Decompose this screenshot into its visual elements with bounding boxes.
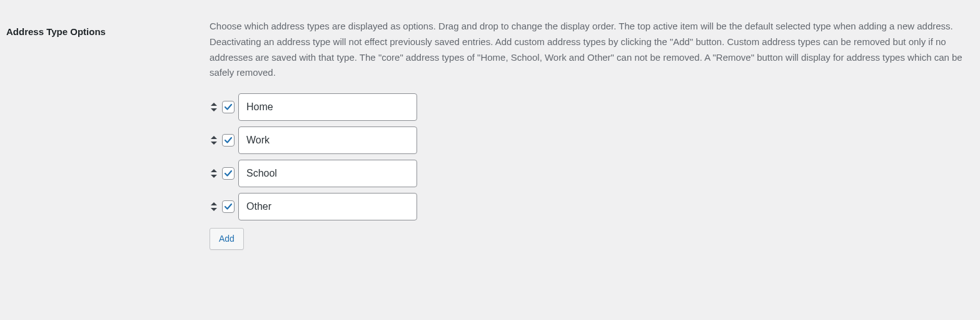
drag-handle-icon[interactable] xyxy=(210,102,218,112)
settings-row: Address Type Options Choose which addres… xyxy=(0,0,980,262)
list-item xyxy=(210,93,967,121)
address-type-list xyxy=(210,93,967,220)
section-description: Choose which address types are displayed… xyxy=(210,19,967,81)
add-button[interactable]: Add xyxy=(210,228,244,250)
active-checkbox[interactable] xyxy=(222,200,235,213)
section-content: Choose which address types are displayed… xyxy=(210,19,974,250)
active-checkbox[interactable] xyxy=(222,134,235,147)
section-title: Address Type Options xyxy=(6,19,210,250)
list-item xyxy=(210,193,967,220)
drag-handle-icon[interactable] xyxy=(210,168,218,178)
list-item xyxy=(210,126,967,154)
address-type-input[interactable] xyxy=(238,193,417,220)
list-item xyxy=(210,160,967,187)
address-type-input[interactable] xyxy=(238,93,417,121)
address-type-input[interactable] xyxy=(238,160,417,187)
active-checkbox[interactable] xyxy=(222,167,235,180)
drag-handle-icon[interactable] xyxy=(210,202,218,212)
active-checkbox[interactable] xyxy=(222,101,235,113)
address-type-input[interactable] xyxy=(238,126,417,154)
drag-handle-icon[interactable] xyxy=(210,135,218,145)
